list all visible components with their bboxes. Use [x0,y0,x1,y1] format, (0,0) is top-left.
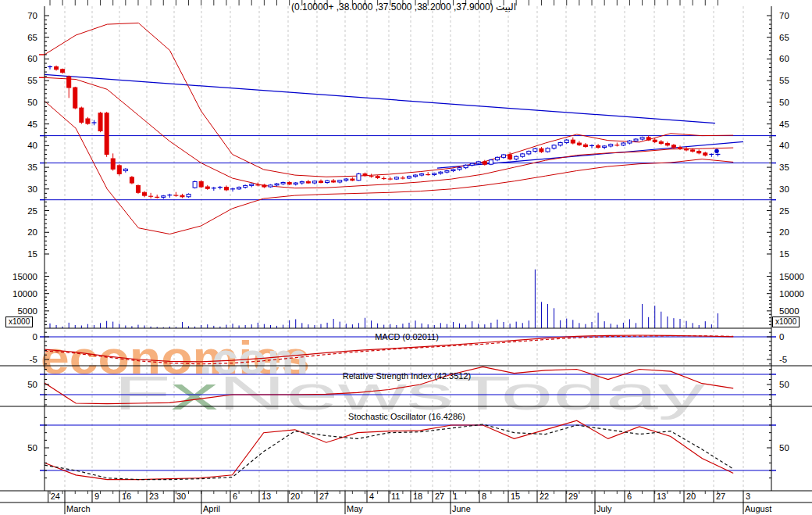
trendline [45,74,715,123]
candle-body [685,148,689,150]
candle-body [357,173,361,180]
candle-body [332,181,336,182]
candle-body [420,173,424,175]
y-axis-price-label-left: 50 [27,98,37,107]
candle-body [73,88,77,108]
candle-body [628,141,632,143]
candle-body [143,192,147,195]
x-axis-date-label: 29 [568,492,578,501]
x-axis-month-label: August [745,504,771,513]
x-axis-date-label: 22 [540,492,549,501]
candle-body [515,156,518,159]
y-axis-rsi-label-left: 50 [27,380,37,389]
y-axis-price-label-right: 20 [779,227,789,237]
x-axis-month-label: April [203,504,220,513]
candle-body [483,162,486,164]
x-axis-date-label: 1 [453,492,458,501]
candle-body [80,108,84,122]
candle-body [489,160,493,165]
candle-body [344,179,348,181]
candle-body [697,152,701,153]
x-axis-date-label: 9 [94,492,99,501]
volume-scale-note-right: x1000 [772,317,800,327]
candle-body [262,185,266,187]
x-axis-date-label: 18 [413,492,422,501]
x-axis-date-label: 4 [369,492,374,501]
candle-body [136,185,140,192]
candle-body [583,145,587,146]
candle-body [502,155,506,157]
candle-body [376,177,379,178]
candle-body [205,187,209,188]
candle-body [294,183,297,184]
y-axis-macd-label-right: -5 [779,355,787,364]
candle-body [646,138,650,140]
candle-body [527,152,531,154]
candle-body [577,143,581,145]
y-axis-price-label-right: 15 [779,249,789,259]
candle-body [281,183,285,184]
candle-body [224,188,228,190]
candle-body [703,153,707,156]
candle-body [312,181,316,183]
candle-body [319,181,323,183]
y-axis-price-label-right: 70 [779,11,789,20]
x-axis-date-label: 27 [319,492,329,501]
candle-body [363,173,367,175]
candle-body [55,66,59,69]
candle-body [546,148,550,152]
macd-panel-label: MACD (0.02011) [375,332,439,342]
price-chart-canvas[interactable]: economies.comFxNewsToday7070656560605555… [0,0,812,515]
x-axis-month-label: June [452,504,471,513]
candle-body [111,159,115,169]
y-axis-price-label-right: 50 [779,98,789,107]
y-axis-macd-label-left: -5 [30,355,37,364]
candle-body [123,169,127,170]
candle-body [86,119,90,123]
candle-body [445,171,449,173]
y-axis-price-label-left: 70 [27,11,37,20]
candle-body [300,181,304,183]
candle-body [162,196,166,198]
x-axis-date-label: 27 [716,492,725,501]
candle-body [464,165,468,167]
candle-body [287,183,291,184]
candle-body [199,181,203,187]
candle-body [130,177,134,183]
candle-body [665,144,669,145]
y-axis-price-label-right: 55 [779,76,789,85]
candle-body [193,181,197,188]
axes-frame [0,0,812,514]
candle-body [98,113,102,131]
x-axis-date-label: 27 [435,492,444,501]
x-axis-date-label: 11 [391,492,400,501]
y-axis-price-label-left: 40 [27,141,37,150]
candle-body [603,146,607,148]
x-axis-date-label: 24 [51,492,60,501]
x-axis-date-label: 6 [627,492,632,501]
candle-body [451,170,455,171]
x-axis-date-label: 30 [176,492,186,501]
y-axis-price-label-left: 20 [27,227,37,237]
volume-panel [50,270,718,328]
candle-body [439,172,443,173]
candle-body [237,188,241,189]
candle-body [653,140,657,141]
candle-body [414,175,418,177]
y-axis-volume-label-left: 5000 [17,306,37,316]
candle-body [533,148,537,151]
x-axis-date-label: 8 [482,492,486,501]
candle-body [621,143,625,145]
candle-body [117,166,121,174]
y-axis-price-label-left: 55 [27,76,37,85]
y-axis-price-label-right: 45 [779,120,789,129]
rsi-panel-label: Relative Strength Index (42.3512) [343,371,472,381]
x-axis-date-label: 13 [657,492,666,501]
candle-body [571,140,575,143]
x-axis-date-label: 15 [511,492,520,501]
candle-body [67,77,71,88]
candle-body [338,181,342,182]
volume-scale-note-left: x1000 [5,317,33,327]
candle-body [476,162,480,163]
y-axis-price-label-left: 15 [27,249,37,259]
